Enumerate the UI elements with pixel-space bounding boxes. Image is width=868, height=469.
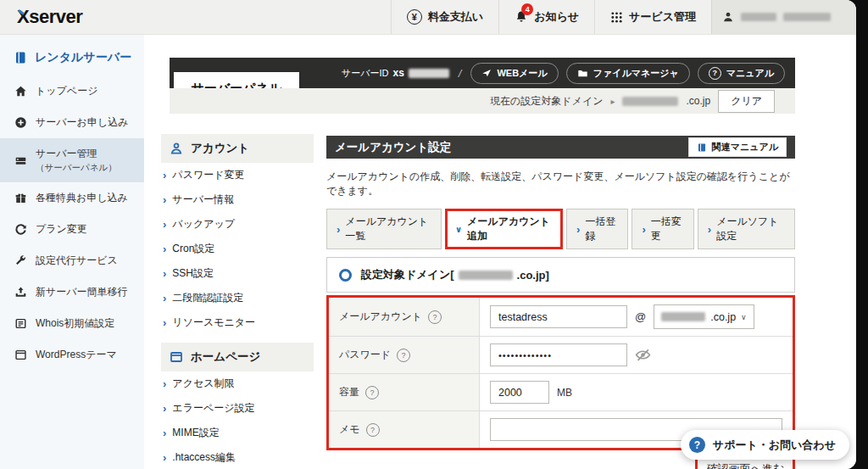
form-value-quota: MB xyxy=(480,374,793,410)
top-header: Xserver ¥ 料金支払い 4 お知らせ xyxy=(0,0,856,35)
rental-server-icon xyxy=(14,51,27,64)
file-manager-button[interactable]: ファイルマネージャ xyxy=(566,63,690,84)
tab-label: メールアカウント一覧 xyxy=(345,215,431,243)
sidebar-item-label: Whois初期値設定 xyxy=(36,316,114,331)
menu-item-cron[interactable]: ›Cron設定 xyxy=(161,237,314,261)
current-domain-label: 現在の設定対象ドメイン xyxy=(490,94,603,109)
sidebar-item-label: トップページ xyxy=(36,84,97,98)
password-input[interactable] xyxy=(490,343,627,366)
related-manual-button[interactable]: 関連マニュアル xyxy=(688,137,787,157)
person-icon xyxy=(722,11,734,23)
sidebar-item-benefits[interactable]: 各種特典お申し込み xyxy=(0,182,144,214)
menu-item-access-restriction[interactable]: ›アクセス制限 xyxy=(161,371,314,396)
menu-item-resource-monitor[interactable]: ›リソースモニター xyxy=(161,310,314,335)
grid-icon xyxy=(610,11,623,24)
domain-select[interactable]: .co.jp ∨ xyxy=(654,304,754,329)
xserver-logo[interactable]: Xserver xyxy=(0,0,99,34)
menu-item-label: エラーページ設定 xyxy=(172,401,254,416)
settings-menu: アカウント ›パスワード変更 ›サーバー情報 ›バックアップ ›Cron設定 ›… xyxy=(161,134,314,469)
eye-slash-icon[interactable] xyxy=(635,347,651,363)
sidebar-item-sublabel: （サーバーパネル） xyxy=(36,162,117,172)
chevron-right-icon: › xyxy=(163,219,166,230)
sidebar-item-wordpress-theme[interactable]: WordPressテーマ xyxy=(0,339,144,371)
menu-item-label: .htaccess編集 xyxy=(172,450,236,465)
nav-notice[interactable]: 4 お知らせ xyxy=(498,0,594,34)
redacted-user-name xyxy=(741,13,776,21)
nav-payment-label: 料金支払い xyxy=(428,9,483,25)
mail-account-settings: メールアカウント設定 関連マニュアル メールアカウントの作成、削除、転送設定、パ… xyxy=(326,136,795,469)
menu-item-backup[interactable]: ›バックアップ xyxy=(161,212,314,237)
tab-bulk-register[interactable]: › 一括登録 xyxy=(566,209,628,249)
form-label-quota: 容量 ? xyxy=(329,374,480,410)
refresh-icon xyxy=(14,223,27,236)
menu-section-title: ホームページ xyxy=(191,349,260,365)
redacted-domain xyxy=(622,97,678,106)
chevron-right-icon: › xyxy=(163,452,166,463)
form-row-password: パスワード ? xyxy=(329,336,793,373)
related-manual-label: 関連マニュアル xyxy=(712,141,778,154)
sidebar-title-label: レンタルサーバー xyxy=(35,50,131,65)
page-description: メールアカウントの作成、削除、転送設定、パスワード変更、メールソフト設定の確認を… xyxy=(326,170,795,198)
quota-input[interactable] xyxy=(490,381,549,404)
menu-item-password-change[interactable]: ›パスワード変更 xyxy=(161,163,314,187)
sidebar-item-server-manage[interactable]: サーバー管理 （サーバーパネル） xyxy=(0,138,144,182)
sidebar-item-top-page[interactable]: トップページ xyxy=(0,75,144,107)
support-contact-button[interactable]: ? サポート・お問い合わせ xyxy=(681,430,849,460)
sidebar-item-plan-change[interactable]: プラン変更 xyxy=(0,214,144,245)
gift-icon xyxy=(14,192,27,204)
menu-item-label: MIME設定 xyxy=(172,426,219,440)
book-icon xyxy=(697,142,707,153)
tab-label: メールアカウント追加 xyxy=(467,215,553,243)
sidebar-item-server-migration[interactable]: 新サーバー簡単移行 xyxy=(0,276,144,308)
menu-item-label: リソースモニター xyxy=(172,315,255,330)
target-domain-prefix: 設定対象ドメイン[ xyxy=(361,267,454,282)
menu-item-error-page[interactable]: ›エラーページ設定 xyxy=(161,396,314,421)
tab-bulk-change[interactable]: › 一括変更 xyxy=(632,209,693,249)
domain-select-suffix: .co.jp xyxy=(710,311,736,323)
menu-item-ssh[interactable]: ›SSH設定 xyxy=(161,261,314,286)
nav-notice-label: お知らせ xyxy=(534,9,579,25)
nav-payment[interactable]: ¥ 料金支払い xyxy=(391,0,498,34)
sidebar-item-label: サーバー管理 xyxy=(36,148,97,159)
tab-mail-account-list[interactable]: › メールアカウント一覧 xyxy=(326,209,442,249)
tab-label: 一括変更 xyxy=(651,215,684,243)
chevron-right-icon: › xyxy=(163,170,166,181)
sidebar-item-whois[interactable]: Whois初期値設定 xyxy=(0,308,144,339)
webmail-button[interactable]: WEBメール xyxy=(470,63,558,84)
tab-mail-account-add[interactable]: ∨ メールアカウント追加 xyxy=(445,209,563,249)
redacted-user-id xyxy=(783,13,831,21)
help-icon[interactable]: ? xyxy=(428,310,442,324)
nav-service-manage[interactable]: サービス管理 xyxy=(594,0,711,34)
menu-item-label: 二段階認証設定 xyxy=(172,291,243,305)
help-icon[interactable]: ? xyxy=(397,349,410,362)
help-icon[interactable]: ? xyxy=(366,423,380,437)
quota-unit: MB xyxy=(557,387,572,399)
webmail-button-label: WEBメール xyxy=(497,67,547,80)
tab-mail-software-settings[interactable]: › メールソフト設定 xyxy=(698,209,795,249)
sidebar-item-setting-agency[interactable]: 設定代行サービス xyxy=(0,245,144,276)
chevron-right-icon: › xyxy=(337,224,340,235)
manual-button-label: マニュアル xyxy=(726,67,774,80)
field-label: パスワード xyxy=(339,348,391,362)
bell-icon: 4 xyxy=(515,10,528,24)
paper-plane-icon xyxy=(481,68,492,78)
mail-account-input[interactable] xyxy=(490,305,627,328)
sidebar-item-label: プラン変更 xyxy=(36,222,87,237)
help-icon[interactable]: ? xyxy=(365,386,379,399)
logo-rest: server xyxy=(29,6,82,28)
form-row-mail-account: メールアカウント ? @ .co.jp ∨ xyxy=(329,298,793,336)
menu-item-label: パスワード変更 xyxy=(172,168,244,182)
clear-button[interactable]: クリア xyxy=(718,90,775,113)
menu-item-server-info[interactable]: ›サーバー情報 xyxy=(161,187,314,212)
menu-item-two-factor[interactable]: ›二段階認証設定 xyxy=(161,286,314,310)
nav-service-manage-label: サービス管理 xyxy=(629,9,696,25)
content-header: メールアカウント設定 関連マニュアル xyxy=(326,136,795,159)
menu-item-label: バックアップ xyxy=(172,217,235,232)
main-area: サーバーID xs / WEBメール ファイルマネージャ ? マニュアル xyxy=(144,35,856,469)
manual-button[interactable]: ? マニュアル xyxy=(698,63,785,84)
menu-item-mime[interactable]: ›MIME設定 xyxy=(161,421,314,445)
sidebar-item-server-apply[interactable]: サーバーお申し込み xyxy=(0,107,144,138)
menu-item-label: サーバー情報 xyxy=(172,193,234,207)
menu-item-htaccess[interactable]: ›.htaccess編集 xyxy=(161,445,314,469)
nav-user-account[interactable] xyxy=(711,0,856,34)
